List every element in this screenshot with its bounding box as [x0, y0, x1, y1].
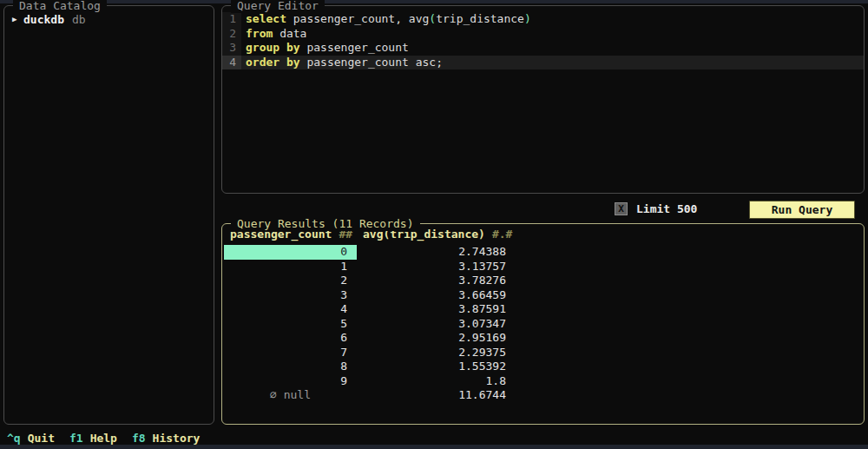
data-catalog-title: Data Catalog: [13, 0, 107, 13]
code-segment: data: [273, 27, 306, 40]
table-cell[interactable]: 6: [224, 331, 357, 346]
table-row[interactable]: 33.66459: [224, 288, 864, 303]
shortcut-label: History: [153, 432, 201, 445]
shortcut-key: f8: [132, 432, 146, 445]
table-row[interactable]: 02.74388: [224, 245, 864, 260]
table-cell[interactable]: 2: [224, 274, 357, 288]
shortcut-key: f1: [69, 432, 83, 445]
query-editor-title: Query Editor: [231, 0, 325, 13]
catalog-item-name: duckdb: [23, 12, 64, 27]
table-cell[interactable]: ∅ null: [224, 388, 357, 403]
limit-checkbox[interactable]: X: [615, 202, 628, 215]
catalog-item-duckdb[interactable]: ▶duckdbdb: [4, 12, 214, 27]
table-cell[interactable]: 1.8: [357, 374, 513, 389]
column-type-indicator: #.#: [492, 228, 512, 241]
code-segment: select: [246, 12, 286, 25]
table-cell[interactable]: 5: [224, 317, 357, 332]
table-cell[interactable]: 1: [224, 260, 357, 274]
code-segment: order by: [246, 56, 300, 69]
shortcut-label: Quit: [28, 432, 55, 445]
line-number: 1: [222, 12, 241, 27]
table-row[interactable]: 43.87591: [224, 302, 864, 317]
editor-line[interactable]: 3group by passenger_count: [222, 41, 864, 56]
table-row[interactable]: 91.8: [224, 374, 864, 389]
code-segment: passenger_count: [300, 41, 409, 54]
editor-line[interactable]: 1select passenger_count, avg(trip_distan…: [222, 12, 864, 27]
table-row[interactable]: 72.29375: [224, 346, 864, 360]
code-segment: (: [429, 12, 436, 25]
table-cell[interactable]: 2.74388: [357, 245, 513, 260]
editor-lines[interactable]: 1select passenger_count, avg(trip_distan…: [222, 6, 864, 69]
line-number: 3: [222, 41, 241, 56]
code-segment: trip_distance: [436, 12, 524, 25]
limit-label: Limit 500: [636, 201, 697, 218]
footer-shortcut-history[interactable]: f8History: [132, 432, 200, 445]
table-cell[interactable]: 1.55392: [357, 360, 513, 374]
expand-arrow-icon[interactable]: ▶: [12, 12, 23, 27]
table-cell[interactable]: 4: [224, 302, 357, 317]
query-editor-panel[interactable]: Query Editor 1select passenger_count, av…: [221, 5, 865, 194]
results-body: 02.7438813.1375723.7827633.6645943.87591…: [224, 245, 864, 403]
query-results-panel: Query Results (11 Records) passenger_cou…: [221, 223, 865, 425]
code-segment: passenger_count asc;: [300, 56, 443, 69]
shortcut-key: ^q: [7, 432, 21, 445]
table-cell[interactable]: 3.13757: [357, 260, 513, 274]
results-table: passenger_count##avg(trip_distance)#.# 0…: [222, 224, 864, 403]
footer-shortcut-quit[interactable]: ^qQuit: [7, 432, 55, 445]
shortcut-label: Help: [90, 432, 117, 445]
table-cell[interactable]: 3: [224, 288, 357, 303]
code-text: group by passenger_count: [246, 41, 409, 56]
footer-bar: ^qQuitf1Helpf8History: [7, 432, 214, 446]
table-cell[interactable]: 11.6744: [357, 388, 513, 403]
code-segment: from: [246, 27, 273, 40]
footer-shortcut-help[interactable]: f1Help: [69, 432, 117, 445]
query-results-title: Query Results (11 Records): [231, 216, 420, 231]
top-strip: [0, 0, 868, 3]
table-cell[interactable]: 3.07347: [357, 317, 513, 332]
code-text: from data: [246, 27, 306, 42]
editor-line[interactable]: 2from data: [222, 27, 864, 42]
table-cell[interactable]: 2.29375: [357, 346, 513, 360]
table-cell[interactable]: 3.78276: [357, 274, 513, 288]
table-cell[interactable]: 2.95169: [357, 331, 513, 346]
code-text: select passenger_count, avg(trip_distanc…: [246, 12, 531, 27]
table-row[interactable]: 53.07347: [224, 317, 864, 332]
code-segment: passenger_count, avg: [286, 12, 429, 25]
table-row[interactable]: ∅ null11.6744: [224, 388, 864, 403]
table-cell[interactable]: 3.66459: [357, 288, 513, 303]
controls-row: X Limit 500 Run Query: [0, 199, 868, 221]
catalog-item-type: db: [72, 12, 86, 27]
table-row[interactable]: 23.78276: [224, 274, 864, 288]
app-root: Data Catalog ▶duckdbdb Query Editor 1sel…: [0, 0, 868, 449]
code-segment: group by: [246, 41, 300, 54]
table-cell[interactable]: 9: [224, 374, 357, 389]
table-cell[interactable]: 3.87591: [357, 302, 513, 317]
line-number: 4: [222, 56, 241, 70]
table-row[interactable]: 13.13757: [224, 260, 864, 274]
code-segment: ): [524, 12, 531, 25]
table-row[interactable]: 62.95169: [224, 331, 864, 346]
table-cell[interactable]: 8: [224, 360, 357, 374]
run-query-button[interactable]: Run Query: [749, 201, 855, 219]
editor-line[interactable]: 4order by passenger_count asc;: [222, 56, 864, 70]
bottom-strip: [0, 445, 868, 449]
code-text: order by passenger_count asc;: [246, 56, 443, 70]
table-row[interactable]: 81.55392: [224, 360, 864, 374]
table-cell[interactable]: 7: [224, 346, 357, 360]
line-number: 2: [222, 27, 241, 42]
table-cell[interactable]: 0: [224, 245, 357, 260]
